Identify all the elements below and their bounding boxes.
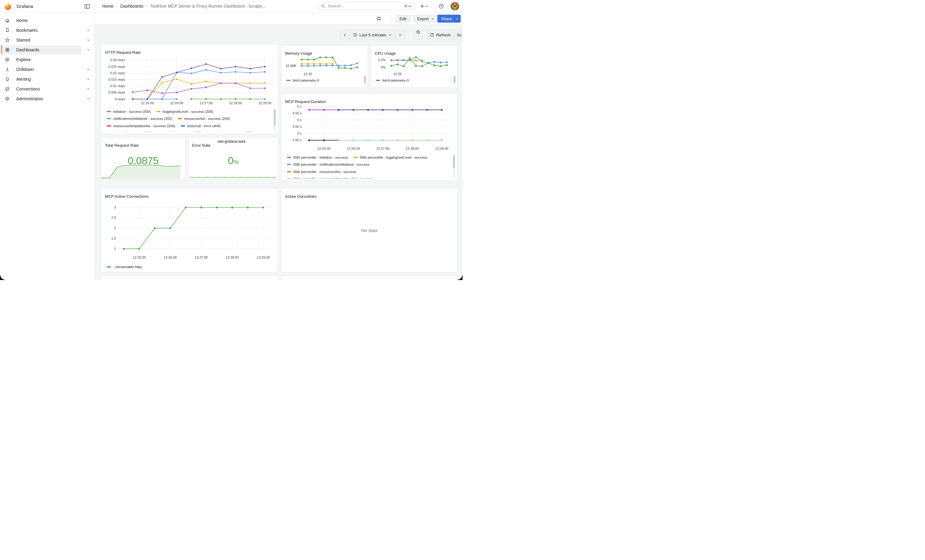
legend-item[interactable]: - (streamable-http)	[107, 265, 142, 269]
favorite-star-icon[interactable]	[376, 16, 381, 21]
edit-button[interactable]: Edit	[396, 15, 410, 23]
gear-icon	[5, 96, 10, 101]
panel-mcp-request-duration[interactable]: MCP Request Duration 5 s4.50 s4 s3.50 s3…	[281, 93, 458, 181]
legend-item[interactable]: initialize - success (200)	[107, 110, 151, 113]
time-back-button[interactable]	[340, 30, 350, 40]
help-icon[interactable]	[438, 4, 444, 9]
legend-scrollbar[interactable]	[453, 76, 455, 83]
y-axis-tick: 0.025 req/s	[104, 65, 125, 69]
series-line	[133, 83, 265, 93]
legend-item[interactable]: tools/call - error (404)	[181, 124, 220, 128]
share-dropdown-button[interactable]	[453, 15, 461, 23]
panel-total-request-rate[interactable]: Total Request Rate 0.0875	[101, 137, 185, 179]
sidebar: Grafana HomeBookmarksStarredDashboardsEx…	[0, 0, 95, 280]
x-axis-tick: 12:25:00	[310, 147, 338, 150]
data-point	[220, 98, 221, 100]
chevron-down-icon[interactable]	[87, 38, 90, 42]
legend-scrollbar[interactable]	[364, 76, 366, 83]
panel-memory-usage[interactable]: Memory Usage 16 MiB12:25 fetch-telemetry…	[281, 45, 368, 88]
breadcrumb: Home › Dashboards › ToolHive MCP Server …	[102, 0, 265, 12]
legend-item[interactable]: resources/templates/list - success (200)	[107, 124, 175, 128]
y-axis-tick: 2.50 s	[284, 138, 301, 142]
data-point	[356, 63, 358, 65]
zoom-out-button[interactable]	[414, 30, 423, 40]
panel-http-request-rate[interactable]: HTTP Request Rate 0.03 req/s0.025 req/s0…	[101, 44, 278, 134]
legend-item[interactable]: 95th percentile - resources/list - succe…	[287, 170, 356, 174]
sidebar-item-alerting[interactable]: Alerting	[0, 74, 95, 84]
sidebar-item-home[interactable]: Home	[0, 16, 95, 26]
legend-swatch	[353, 157, 358, 158]
mcp-active-connections-chart: 32.521.5112:25:0012:26:0012:27:0012:28:0…	[104, 197, 276, 262]
sidebar-item-dashboards[interactable]: Dashboards	[0, 45, 95, 55]
refresh-button[interactable]: Refresh	[427, 30, 453, 40]
dock-sidebar-icon[interactable]	[84, 4, 90, 9]
data-point	[441, 109, 443, 111]
chevron-right-icon	[398, 33, 402, 37]
sidebar-item-starred[interactable]: Starred	[0, 35, 95, 45]
chevron-down-icon[interactable]	[87, 29, 90, 32]
chevron-down-icon[interactable]	[87, 68, 90, 71]
x-axis-tick: 12:28:00	[399, 147, 426, 150]
panel-cpu-usage[interactable]: CPU Usage 0.2%0%12:25 fetch-telemetry-0	[371, 45, 458, 88]
y-axis-tick: 3.50 s	[284, 125, 301, 128]
legend-item[interactable]: logging/setLevel - success (200)	[156, 110, 213, 113]
legend-item[interactable]: 95th percentile - resources/templates/li…	[287, 177, 372, 179]
legend-item[interactable]: 95th percentile - logging/setLevel - suc…	[353, 156, 427, 159]
sidebar-item-explore[interactable]: Explore	[0, 55, 95, 65]
chevron-down-icon[interactable]	[87, 48, 90, 52]
sidebar-item-label: Dashboards	[16, 47, 39, 52]
panel-title: Error Rate	[192, 143, 211, 148]
user-avatar[interactable]	[450, 2, 459, 11]
time-forward-button[interactable]	[395, 30, 405, 40]
search-input[interactable]: ⌘+k	[318, 2, 416, 10]
data-point	[161, 76, 163, 78]
legend-item[interactable]: tools/call - success (200)	[107, 131, 152, 132]
breadcrumb-dashboards[interactable]: Dashboards	[120, 4, 143, 9]
legend-swatch	[287, 171, 291, 173]
legend-item[interactable]: fetch-telemetry-0	[286, 78, 319, 82]
breadcrumb-home[interactable]: Home	[102, 4, 113, 9]
search-shortcut: ⌘+k	[402, 3, 413, 9]
chevron-down-icon[interactable]	[87, 97, 90, 101]
legend-item[interactable]: unknown - success (200)	[207, 131, 253, 132]
legend-scrollbar[interactable]	[274, 110, 276, 125]
legend-label: 95th percentile - logging/setLevel - suc…	[360, 156, 427, 159]
refresh-interval-dropdown[interactable]: 5s	[453, 30, 462, 40]
chart-svg	[284, 102, 455, 154]
sidebar-item-bookmarks[interactable]: Bookmarks	[0, 26, 95, 35]
chevron-down-icon[interactable]	[87, 77, 90, 81]
sidebar-item-administration[interactable]: Administration	[0, 94, 95, 104]
legend-item[interactable]: 95th percentile - initialize - success	[287, 156, 348, 159]
data-point	[249, 87, 251, 89]
data-point	[367, 109, 369, 111]
search-field[interactable]	[327, 3, 402, 9]
data-point	[426, 109, 428, 111]
legend-scrollbar[interactable]	[453, 155, 455, 168]
no-data-message: No data	[282, 228, 457, 233]
data-point	[262, 207, 264, 209]
legend-item[interactable]: fetch-telemetry-0	[376, 78, 409, 82]
data-point	[176, 72, 178, 73]
time-range-picker[interactable]: Last 5 minutes	[350, 30, 395, 40]
data-point	[440, 65, 441, 67]
legend-item[interactable]: 95th percentile - notifications/initiali…	[287, 163, 369, 166]
grafana-logo-icon[interactable]	[4, 3, 12, 11]
toolbar-divider	[411, 15, 411, 22]
panel-error-rate[interactable]: Error Rate otel-grafana-dark 0%	[188, 137, 278, 179]
add-new-button[interactable]	[420, 4, 429, 9]
panel-active-goroutines[interactable]: Active Goroutines No data	[281, 188, 458, 272]
chevron-down-icon[interactable]	[87, 87, 90, 91]
panel-title: Total Request Rate	[105, 143, 139, 148]
chart-legend: 95th percentile - initialize - success95…	[284, 154, 450, 179]
data-point	[411, 109, 413, 111]
legend-item[interactable]: notifications/initialized - success (202…	[107, 117, 172, 120]
data-point	[396, 59, 398, 61]
legend-swatch	[107, 125, 111, 126]
data-point	[331, 65, 333, 66]
sidebar-item-connections[interactable]: Connections	[0, 84, 95, 94]
export-button[interactable]: Export	[413, 15, 438, 23]
panel-mcp-active-connections[interactable]: MCP Active Connections 32.521.5112:25:00…	[101, 188, 278, 272]
sidebar-item-drilldown[interactable]: Drilldown	[0, 65, 95, 74]
legend-item[interactable]: resources/list - success (200)	[178, 117, 230, 120]
legend-item[interactable]: tools/list - success (200)	[158, 131, 202, 132]
